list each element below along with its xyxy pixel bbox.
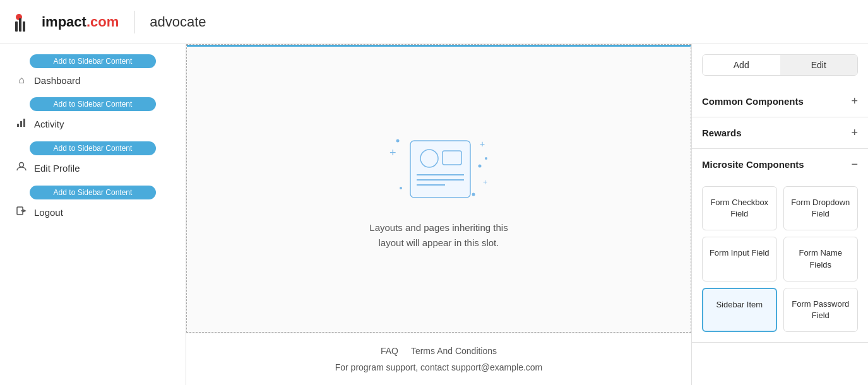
section-microsite-components-title: Microsite Components: [702, 159, 804, 170]
svg-text:+: +: [480, 139, 485, 149]
placeholder-illustration: + + +: [382, 128, 496, 210]
section-rewards: Rewards +: [692, 117, 868, 149]
activity-icon: [15, 117, 28, 130]
component-form-password[interactable]: Form Password Field: [783, 288, 859, 332]
footer: FAQ Terms And Conditions For program sup…: [186, 333, 691, 385]
logout-label: Logout: [34, 207, 63, 218]
section-common-components: Common Components +: [692, 86, 868, 117]
svg-rect-4: [17, 124, 19, 127]
footer-faq-link[interactable]: FAQ: [381, 346, 398, 356]
microsite-components-grid: Form Checkbox Field Form Dropdown Field …: [692, 180, 868, 342]
sidebar-item-dashboard[interactable]: ⌂ Dashboard: [0, 71, 186, 90]
component-sidebar-item[interactable]: Sidebar Item: [702, 288, 777, 332]
component-form-dropdown[interactable]: Form Dropdown Field: [783, 186, 859, 230]
component-form-name[interactable]: Form Name Fields: [783, 237, 859, 281]
edit-profile-label: Edit Profile: [34, 163, 80, 174]
outer-dashed-border: + + +: [186, 44, 691, 333]
svg-rect-1: [15, 21, 18, 32]
edit-profile-icon: [15, 162, 28, 174]
footer-support-text: For program support, contact support@exa…: [199, 362, 679, 372]
main-layout: Add to Sidebar Content ⌂ Dashboard Add t…: [0, 44, 868, 385]
svg-rect-3: [23, 21, 25, 32]
svg-rect-6: [23, 119, 25, 127]
activity-label: Activity: [34, 119, 64, 129]
drop-zone-inner: + + +: [369, 128, 508, 251]
svg-point-14: [472, 193, 475, 196]
toggle-add-btn[interactable]: Add: [703, 55, 780, 75]
toggle-edit-btn[interactable]: Edit: [780, 55, 858, 75]
section-microsite-components-header[interactable]: Microsite Components −: [692, 149, 868, 180]
component-form-input[interactable]: Form Input Field: [702, 237, 777, 281]
toggle-bar: Add Edit: [702, 54, 858, 76]
header-divider: [134, 11, 134, 33]
add-to-sidebar-btn-logout[interactable]: Add to Sidebar Content: [30, 186, 156, 199]
section-common-components-title: Common Components: [702, 96, 804, 107]
logout-icon: [15, 206, 28, 218]
impact-logo-icon: [13, 11, 35, 33]
section-rewards-header[interactable]: Rewards +: [692, 117, 868, 148]
section-microsite-components: Microsite Components − Form Checkbox Fie…: [692, 149, 868, 343]
svg-point-12: [396, 139, 399, 143]
sidebar-section-logout: Add to Sidebar Content Logout: [0, 182, 186, 226]
logo-area: impact.com advocate: [13, 11, 206, 33]
dashboard-icon: ⌂: [15, 74, 28, 86]
add-to-sidebar-btn-editprofile[interactable]: Add to Sidebar Content: [30, 141, 156, 155]
component-form-checkbox[interactable]: Form Checkbox Field: [702, 186, 777, 230]
section-common-components-expand-icon: +: [851, 95, 858, 108]
svg-text:+: +: [389, 146, 396, 159]
footer-links: FAQ Terms And Conditions: [199, 346, 679, 356]
sidebar-item-activity[interactable]: Activity: [0, 114, 186, 134]
svg-rect-2: [19, 18, 21, 32]
sidebar-section-edit-profile: Add to Sidebar Content Edit Profile: [0, 138, 186, 182]
right-panel: Add Edit Common Components + Rewards + M…: [691, 44, 868, 385]
add-to-sidebar-btn-top[interactable]: Add to Sidebar Content: [30, 54, 156, 68]
content-area: + + +: [186, 44, 691, 385]
section-rewards-title: Rewards: [702, 127, 742, 138]
footer-terms-link[interactable]: Terms And Conditions: [411, 346, 497, 356]
product-name: advocate: [150, 14, 206, 30]
sidebar-item-edit-profile[interactable]: Edit Profile: [0, 158, 186, 178]
section-common-components-header[interactable]: Common Components +: [692, 86, 868, 117]
section-rewards-expand-icon: +: [851, 126, 858, 139]
drop-zone-text: Layouts and pages inheriting this layout…: [369, 220, 508, 251]
left-sidebar: Add to Sidebar Content ⌂ Dashboard Add t…: [0, 44, 186, 385]
sidebar-section-activity: Add to Sidebar Content Activity: [0, 93, 186, 138]
drop-zone: + + +: [187, 45, 691, 332]
svg-point-7: [20, 163, 24, 167]
brand-dot: .com: [86, 14, 119, 30]
sidebar-section-dashboard: Add to Sidebar Content ⌂ Dashboard: [0, 50, 186, 93]
svg-point-16: [400, 187, 402, 189]
svg-rect-5: [20, 121, 22, 127]
section-microsite-components-expand-icon: −: [851, 158, 858, 171]
app-header: impact.com advocate: [0, 0, 868, 44]
svg-point-15: [485, 157, 487, 160]
svg-rect-17: [410, 141, 470, 198]
add-to-sidebar-btn-activity[interactable]: Add to Sidebar Content: [30, 97, 156, 111]
sidebar-item-logout[interactable]: Logout: [0, 202, 186, 222]
svg-point-13: [478, 165, 481, 168]
brand-name: impact.com: [42, 14, 119, 30]
svg-text:+: +: [483, 178, 487, 187]
dashboard-label: Dashboard: [34, 75, 80, 86]
